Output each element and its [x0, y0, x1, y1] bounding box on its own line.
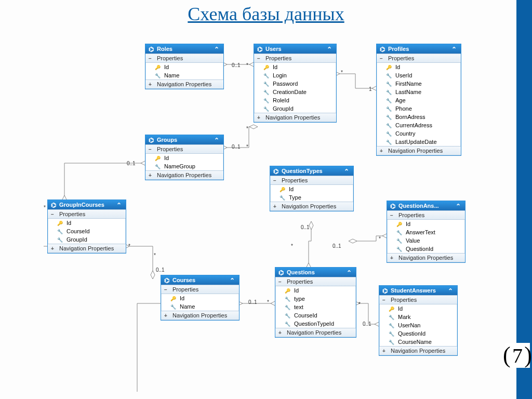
field-row[interactable]: Name [145, 71, 223, 79]
collapse-icon[interactable] [456, 203, 462, 209]
plus-icon[interactable] [273, 203, 280, 209]
plus-icon[interactable] [380, 148, 386, 154]
field-row[interactable]: RoleId [254, 96, 336, 104]
table-profiles[interactable]: ProfilesPropertiesIdUserIdFirstNameLastN… [376, 44, 461, 156]
field-row[interactable]: CreationDate [254, 88, 336, 96]
field-row[interactable]: Id [387, 220, 465, 228]
field-row[interactable]: Id [254, 63, 336, 71]
field-row[interactable]: Type [270, 193, 353, 202]
field-row[interactable]: QuestionId [387, 245, 465, 253]
minus-icon[interactable] [382, 297, 389, 303]
field-row[interactable]: Id [145, 154, 223, 162]
collapse-icon[interactable] [214, 137, 220, 143]
field-row[interactable]: Name [161, 302, 239, 311]
field-row[interactable]: Id [377, 63, 461, 71]
collapse-icon[interactable] [214, 46, 220, 52]
table-header[interactable]: Questions [275, 268, 356, 277]
field-row[interactable]: Id [379, 304, 457, 313]
table-header[interactable]: StudentAnswers [379, 286, 457, 295]
minus-icon[interactable] [273, 177, 280, 183]
collapse-icon[interactable] [451, 46, 458, 52]
navigation-section[interactable]: Navigation Properties [145, 170, 223, 180]
properties-section[interactable]: Properties [275, 277, 356, 286]
table-questions[interactable]: QuestionsPropertiesIdtypetextCourseIdQue… [275, 267, 356, 338]
field-row[interactable]: NameGroup [145, 162, 223, 170]
field-row[interactable]: type [275, 295, 356, 303]
field-row[interactable]: UserNan [379, 321, 457, 329]
field-row[interactable]: GroupId [254, 104, 336, 113]
field-row[interactable]: CourseName [379, 338, 457, 346]
properties-section[interactable]: Properties [254, 54, 336, 63]
minus-icon[interactable] [278, 278, 285, 285]
minus-icon[interactable] [380, 55, 386, 61]
plus-icon[interactable] [382, 348, 389, 354]
field-row[interactable]: BornAdress [377, 113, 461, 121]
table-questionans[interactable]: QuestionAns...PropertiesIdAnswerTextValu… [387, 201, 466, 263]
field-row[interactable]: Login [254, 71, 336, 79]
table-header[interactable]: Courses [161, 275, 239, 285]
field-row[interactable]: CurrentAdress [377, 121, 461, 129]
table-header[interactable]: Roles [145, 44, 223, 54]
field-row[interactable]: Password [254, 79, 336, 88]
properties-section[interactable]: Properties [161, 285, 239, 294]
properties-section[interactable]: Properties [387, 210, 465, 220]
navigation-section[interactable]: Navigation Properties [275, 328, 356, 337]
navigation-section[interactable]: Navigation Properties [254, 113, 336, 122]
minus-icon[interactable] [51, 211, 57, 217]
plus-icon[interactable] [164, 312, 170, 318]
navigation-section[interactable]: Navigation Properties [377, 146, 461, 155]
table-questiontypes[interactable]: QuestionTypesPropertiesIdTypeNavigation … [270, 166, 354, 211]
navigation-section[interactable]: Navigation Properties [270, 202, 353, 211]
field-row[interactable]: Id [270, 185, 353, 193]
navigation-section[interactable]: Navigation Properties [48, 244, 126, 253]
field-row[interactable]: CourseId [48, 227, 126, 235]
table-header[interactable]: QuestionTypes [270, 166, 353, 176]
table-header[interactable]: GroupInCourses [48, 200, 126, 209]
collapse-icon[interactable] [448, 287, 454, 294]
navigation-section[interactable]: Navigation Properties [379, 346, 457, 355]
minus-icon[interactable] [149, 55, 155, 61]
table-header[interactable]: Users [254, 44, 336, 54]
field-row[interactable]: Value [387, 236, 465, 245]
field-row[interactable]: Country [377, 129, 461, 138]
field-row[interactable]: Age [377, 96, 461, 104]
field-row[interactable]: QuestionTypeId [275, 320, 356, 328]
collapse-icon[interactable] [344, 168, 350, 174]
field-row[interactable]: FirstName [377, 79, 461, 88]
plus-icon[interactable] [278, 329, 285, 336]
collapse-icon[interactable] [230, 277, 236, 283]
table-header[interactable]: Profiles [377, 44, 461, 54]
table-header[interactable]: QuestionAns... [387, 201, 465, 210]
collapse-icon[interactable] [116, 202, 123, 208]
table-groupincourses[interactable]: GroupInCoursesPropertiesIdCourseIdGroupI… [47, 200, 126, 254]
minus-icon[interactable] [390, 212, 396, 218]
plus-icon[interactable] [51, 245, 57, 251]
minus-icon[interactable] [257, 55, 263, 61]
field-row[interactable]: Phone [377, 104, 461, 113]
table-courses[interactable]: CoursesPropertiesIdNameNavigation Proper… [161, 275, 240, 321]
table-users[interactable]: UsersPropertiesIdLoginPasswordCreationDa… [254, 44, 337, 123]
plus-icon[interactable] [257, 114, 263, 121]
field-row[interactable]: Id [161, 294, 239, 302]
field-row[interactable]: Id [48, 219, 126, 227]
field-row[interactable]: Id [145, 63, 223, 71]
field-row[interactable]: text [275, 303, 356, 311]
field-row[interactable]: LastName [377, 88, 461, 96]
properties-section[interactable]: Properties [145, 54, 223, 63]
field-row[interactable]: Mark [379, 313, 457, 321]
minus-icon[interactable] [149, 146, 155, 152]
field-row[interactable]: LastUpdateDate [377, 138, 461, 146]
plus-icon[interactable] [149, 81, 155, 87]
navigation-section[interactable]: Navigation Properties [145, 79, 223, 89]
plus-icon[interactable] [390, 255, 396, 261]
field-row[interactable]: QuestionId [379, 329, 457, 338]
properties-section[interactable]: Properties [48, 209, 126, 219]
properties-section[interactable]: Properties [270, 176, 353, 185]
properties-section[interactable]: Properties [379, 295, 457, 304]
collapse-icon[interactable] [347, 269, 353, 275]
field-row[interactable]: CourseId [275, 311, 356, 320]
minus-icon[interactable] [164, 286, 170, 292]
field-row[interactable]: AnswerText [387, 228, 465, 236]
field-row[interactable]: GroupId [48, 235, 126, 244]
field-row[interactable]: Id [275, 286, 356, 295]
